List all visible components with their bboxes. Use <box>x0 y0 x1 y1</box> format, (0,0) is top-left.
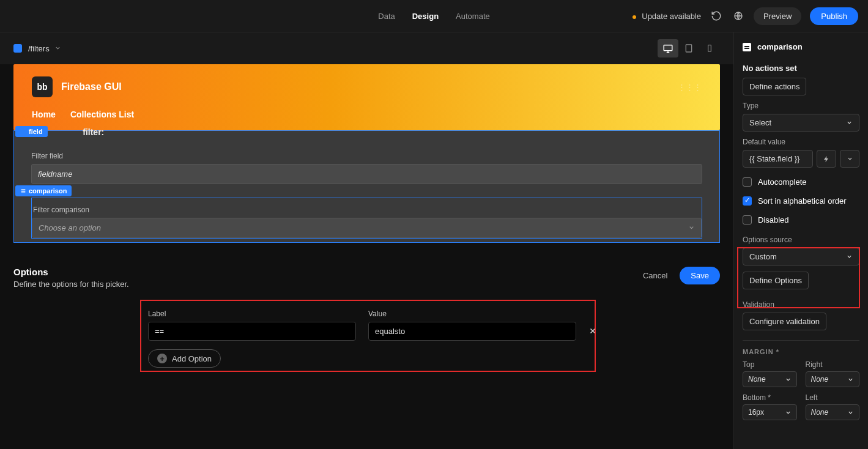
undo-icon[interactable] <box>710 9 723 23</box>
globe-icon[interactable] <box>732 9 745 23</box>
filter-panel: field filter: Filter field fieldname com… <box>13 130 720 243</box>
svg-rect-4 <box>21 190 26 191</box>
margin-top-select[interactable]: None <box>743 371 797 387</box>
device-desktop[interactable] <box>658 39 678 58</box>
chevron-down-icon <box>846 253 853 260</box>
default-value-input[interactable]: {{ State.field }} <box>743 150 813 168</box>
topbar-tabs: Data Design Automate <box>378 8 489 24</box>
filter-title: filter: <box>83 127 104 137</box>
update-dot-icon <box>632 15 636 19</box>
properties-panel: comparison No actions set Define actions… <box>733 32 868 449</box>
filter-comparison-label: Filter comparison <box>32 203 702 214</box>
option-label-input[interactable] <box>148 322 356 341</box>
options-modal: Options Define the options for this pick… <box>0 254 733 449</box>
nav-home[interactable]: Home <box>32 109 56 119</box>
define-options-button[interactable]: Define Options <box>743 272 809 289</box>
select-component-icon <box>743 43 751 51</box>
component-header: comparison <box>734 32 868 58</box>
svg-rect-5 <box>21 191 26 193</box>
options-source-label: Options source <box>743 236 859 244</box>
margin-right-select[interactable]: None <box>806 371 860 387</box>
options-modal-title: Options <box>13 267 129 277</box>
autocomplete-checkbox[interactable]: Autocomplete <box>734 177 868 187</box>
type-label: Type <box>743 102 859 110</box>
app-nav: Home Collections List <box>13 105 720 130</box>
margin-left-select[interactable]: None <box>806 404 860 420</box>
publish-button[interactable]: Publish <box>810 7 858 25</box>
add-option-button[interactable]: + Add Option <box>148 349 221 368</box>
save-button[interactable]: Save <box>680 267 720 284</box>
chevron-down-icon[interactable] <box>840 150 859 168</box>
filter-comparison-select[interactable]: Choose an option <box>32 218 702 238</box>
configure-validation-button[interactable]: Configure validation <box>743 313 826 330</box>
screen-icon <box>13 44 22 53</box>
device-toggle <box>658 39 720 58</box>
field-tag[interactable]: field <box>15 126 48 137</box>
cancel-button[interactable]: Cancel <box>643 271 667 280</box>
chevron-down-icon <box>785 409 792 416</box>
device-tablet[interactable] <box>678 39 699 58</box>
plus-icon: + <box>157 354 167 363</box>
margin-bottom-label: Bottom * <box>743 393 797 402</box>
topbar: Data Design Automate Update available Pr… <box>0 0 868 32</box>
margin-top-label: Top <box>743 360 797 369</box>
define-actions-button[interactable]: Define actions <box>743 78 806 95</box>
option-label-header: Label <box>148 310 356 318</box>
breadcrumb-path[interactable]: /filters <box>28 44 50 53</box>
margin-section-title: MARGIN * <box>734 348 868 355</box>
bolt-icon[interactable] <box>817 150 836 168</box>
chevron-down-icon <box>846 119 853 126</box>
tab-automate[interactable]: Automate <box>456 8 490 24</box>
app-logo: bb <box>32 76 53 97</box>
comparison-tag[interactable]: comparison <box>15 185 72 196</box>
app-header-card: bb Firebase GUI ⋮⋮⋮ Home Collections Lis… <box>13 64 720 130</box>
validation-label: Validation <box>743 300 859 309</box>
margin-bottom-select[interactable]: 16px <box>743 404 797 420</box>
sort-alpha-checkbox[interactable]: Sort in alphabetical order <box>734 196 868 206</box>
svg-rect-3 <box>708 45 711 52</box>
update-available[interactable]: Update available <box>632 12 701 21</box>
svg-rect-1 <box>664 45 672 51</box>
breadcrumb-bar: /filters <box>0 32 733 64</box>
type-select[interactable]: Select <box>743 114 859 132</box>
options-source-select[interactable]: Custom <box>743 248 859 265</box>
tab-data[interactable]: Data <box>378 8 395 24</box>
device-mobile[interactable] <box>699 39 720 58</box>
app-title: Firebase GUI <box>61 81 122 92</box>
default-value-label: Default value <box>743 138 859 146</box>
options-modal-subtitle: Define the options for this picker. <box>13 280 129 289</box>
margin-right-label: Right <box>806 360 860 369</box>
chevron-down-icon <box>847 376 854 383</box>
option-value-header: Value <box>368 310 576 318</box>
svg-rect-2 <box>686 45 691 52</box>
disabled-checkbox[interactable]: Disabled <box>734 215 868 224</box>
filter-field-input[interactable]: fieldname <box>31 164 702 184</box>
remove-option-button[interactable] <box>588 327 597 337</box>
chevron-down-icon[interactable] <box>54 44 61 53</box>
chevron-down-icon <box>785 376 792 383</box>
option-value-input[interactable] <box>368 322 576 341</box>
preview-button[interactable]: Preview <box>754 7 801 25</box>
nav-collections[interactable]: Collections List <box>70 109 134 119</box>
chevron-down-icon <box>688 223 695 232</box>
chevron-down-icon <box>847 409 854 416</box>
no-actions-text: No actions set <box>743 64 859 73</box>
tab-design[interactable]: Design <box>412 8 439 24</box>
drag-handle-icon[interactable]: ⋮⋮⋮ <box>678 83 702 92</box>
filter-field-label: Filter field <box>31 152 702 160</box>
margin-left-label: Left <box>806 393 860 402</box>
